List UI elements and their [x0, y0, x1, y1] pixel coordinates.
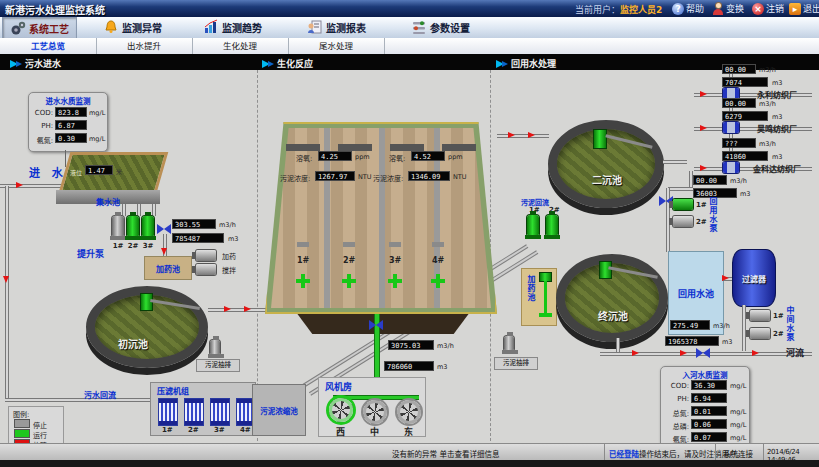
- bio-sludge-left: 1267.97: [315, 171, 355, 181]
- sludge-return-pump-1[interactable]: [527, 215, 539, 235]
- toolbar-report-button[interactable]: 监测报表: [300, 17, 373, 37]
- lift-pump-2[interactable]: [127, 216, 139, 236]
- blower-east[interactable]: [397, 400, 421, 424]
- scada-app: 新港污水处理监控系统 当前用户：监控人员2 ?帮助 变换 ×注销 ▸退出 系统工…: [0, 0, 819, 467]
- pipe: [122, 204, 126, 216]
- mid-pump-1[interactable]: [750, 310, 770, 321]
- valve[interactable]: [369, 320, 383, 330]
- bio-tank-base: [290, 314, 476, 334]
- flow-meter[interactable]: [723, 162, 739, 173]
- collect-pool-body: 集水池: [56, 190, 160, 204]
- aerator: [343, 242, 355, 247]
- aerator: [432, 242, 444, 247]
- flow-arrow: [528, 132, 535, 138]
- valve[interactable]: [696, 348, 710, 358]
- toolbar-trend-button[interactable]: 监测趋势: [196, 17, 269, 37]
- dosing-pool-left: 加药池: [144, 256, 192, 280]
- flow-arrow: [161, 248, 167, 255]
- dosing-device[interactable]: [196, 250, 216, 261]
- flow-arrow: [722, 275, 729, 281]
- gears-icon: [10, 20, 26, 36]
- flow-arrow: [16, 182, 23, 188]
- toolbar-settings-button[interactable]: 参数设置: [404, 17, 477, 37]
- logout-button[interactable]: ×注销: [752, 1, 784, 16]
- sludge-discharge-left-label: 污泥抽排: [196, 359, 240, 372]
- flow-meter[interactable]: [723, 122, 739, 133]
- doser-motor[interactable]: [540, 273, 551, 281]
- sludge-return-pump-2[interactable]: [546, 215, 558, 235]
- press-unit-2[interactable]: [185, 399, 203, 425]
- sludge-pump-right[interactable]: [504, 336, 514, 350]
- lift-total-value: 785487: [172, 233, 224, 243]
- flow-arrow: [700, 125, 707, 131]
- pipe: [5, 398, 151, 402]
- mixer-3[interactable]: [388, 274, 402, 288]
- outfall-total: 1965378: [665, 336, 719, 346]
- mid-pump-2[interactable]: [750, 328, 770, 339]
- mixer-2[interactable]: [342, 274, 356, 288]
- final-tank-drive[interactable]: [600, 262, 611, 278]
- report-icon: [307, 19, 323, 35]
- factory2-name: 昊鸣纺织厂: [757, 123, 797, 134]
- factory3-flow: ???: [722, 138, 756, 148]
- flow-arrow: [700, 165, 707, 171]
- inlet-nh3-value: 0.30: [55, 133, 87, 143]
- blower-room: 风机房 西 中 东: [318, 377, 426, 437]
- pipe: [5, 186, 9, 400]
- air-flow-value: 3075.03: [388, 340, 434, 350]
- toolbar-alarm-button[interactable]: 监测异常: [96, 17, 169, 37]
- blower-west[interactable]: [329, 398, 353, 422]
- river-tn: 0.01: [691, 406, 727, 416]
- collect-pool-level: 1.47: [85, 165, 113, 175]
- secondary-tank-drive[interactable]: [594, 130, 606, 148]
- pipe: [152, 204, 156, 216]
- legend-title: 图例:: [13, 409, 29, 419]
- final-tank-label: 终沉池: [598, 308, 628, 323]
- river-quality-title: 入河水质监测: [661, 369, 749, 380]
- lift-pumps-title: 提升泵: [77, 247, 104, 260]
- tab-outflow-lift[interactable]: 出水提升: [96, 38, 193, 54]
- factory1-flow: 00.00: [722, 64, 756, 74]
- flow-arrow: [3, 276, 9, 283]
- river-quality-panel: 入河水质监测 COD: 36.30 mg/L PH: 6.94 总氮: 0.01…: [660, 366, 750, 448]
- reuse-pump-1[interactable]: [673, 199, 693, 210]
- stirrer-device[interactable]: [196, 264, 216, 275]
- press-unit-3[interactable]: [211, 399, 229, 425]
- tab-tailwater[interactable]: 尾水处理: [288, 38, 385, 54]
- mixer-1[interactable]: [296, 274, 310, 288]
- walkway: [286, 144, 320, 151]
- reuse-pump-2[interactable]: [673, 216, 693, 227]
- mixer-4[interactable]: [431, 274, 445, 288]
- sludge-pump-left[interactable]: [210, 340, 220, 354]
- toolbar-process-button[interactable]: 系统工艺: [2, 17, 77, 39]
- legend-stop-swatch: [15, 420, 29, 427]
- flow-arrow: [680, 350, 687, 356]
- alarm-status-message[interactable]: 没有新的异常 单击查看详细信息: [392, 448, 499, 459]
- status-divider: [604, 443, 605, 460]
- lift-pump-3[interactable]: [142, 216, 154, 236]
- help-button[interactable]: ?帮助: [672, 1, 704, 16]
- press-unit-1[interactable]: [159, 399, 177, 425]
- valve[interactable]: [157, 224, 171, 234]
- blower-middle[interactable]: [363, 400, 387, 424]
- tab-bio-treatment[interactable]: 生化处理: [192, 38, 289, 54]
- collect-pool-label: 集水池: [96, 198, 120, 207]
- walkway: [442, 144, 476, 151]
- close-x-icon: ×: [752, 3, 764, 15]
- flow-arrow: [700, 91, 707, 97]
- current-user: 当前用户：监控人员2: [575, 3, 662, 16]
- pipe: [668, 187, 693, 191]
- secondary-tank-label: 二沉池: [592, 172, 622, 187]
- switch-user-button[interactable]: 变换: [712, 1, 744, 16]
- title-bar: 新港污水处理监控系统 当前用户：监控人员2 ?帮助 变换 ×注销 ▸退出: [0, 0, 819, 17]
- app-title: 新港污水处理监控系统: [5, 2, 105, 17]
- inflow-label: 进 水: [29, 164, 67, 180]
- river-ph: 6.94: [691, 393, 727, 403]
- thickening-pool: 污泥浓缩池: [252, 384, 306, 436]
- tab-process-overview[interactable]: 工艺总览: [0, 38, 97, 54]
- lift-pump-1[interactable]: [112, 216, 124, 236]
- exit-icon: ▸: [789, 3, 801, 15]
- doser-shaft: [544, 281, 547, 315]
- exit-button[interactable]: ▸退出: [789, 1, 819, 16]
- current-user-name: 监控人员2: [620, 5, 662, 15]
